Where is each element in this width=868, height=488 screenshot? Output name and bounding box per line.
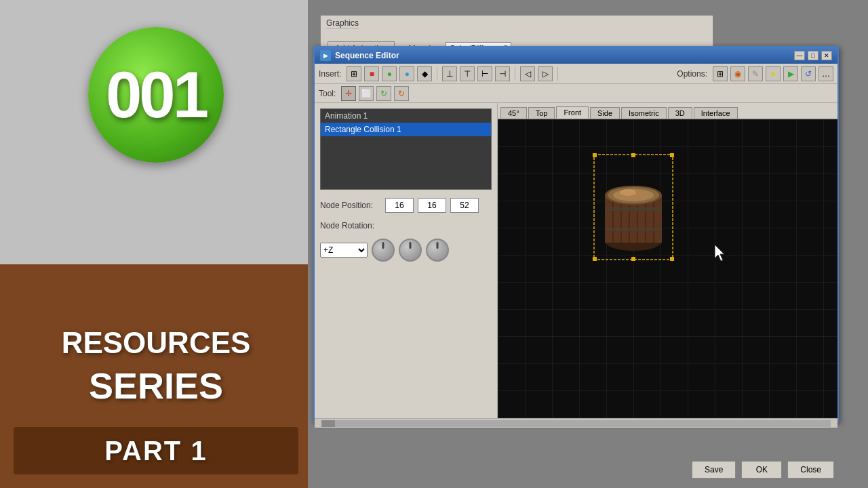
part-bar: PART 1 [14, 427, 298, 474]
tool-icon-9[interactable]: ⊣ [495, 66, 510, 81]
ok-button[interactable]: OK [741, 461, 782, 479]
resources-label: RESOURCES [0, 327, 312, 359]
node-pos-x[interactable] [385, 198, 414, 213]
insert-label: Insert: [319, 69, 341, 79]
tool-icon-7[interactable]: ⊤ [460, 66, 475, 81]
toolbar-sep-3 [557, 67, 558, 81]
timeline-scrollbar[interactable] [315, 418, 837, 428]
minimize-button[interactable]: — [794, 51, 805, 60]
options-icon-2[interactable]: ◉ [730, 66, 745, 81]
rotation-dial-2[interactable] [399, 239, 422, 262]
tool-icon-8[interactable]: ⊢ [477, 66, 492, 81]
seq-left-panel: Animation 1 Rectangle Collision 1 Node P… [315, 103, 498, 418]
options-icon-1[interactable]: ⊞ [713, 66, 728, 81]
options-icon-5[interactable]: ▶ [783, 66, 798, 81]
tab-3d[interactable]: 3D [668, 107, 692, 119]
svg-rect-7 [631, 257, 635, 261]
seq-viewport: 45° Top Front Side Isometric 3D Interfac… [498, 103, 837, 418]
svg-marker-22 [715, 245, 724, 261]
view-tabs-bar: 45° Top Front Side Isometric 3D Interfac… [498, 103, 837, 119]
tool-rotate-2[interactable]: ↻ [394, 86, 409, 101]
svg-rect-6 [631, 153, 635, 157]
window-controls: — □ ✕ [794, 51, 832, 60]
series-label: SERIES [0, 365, 312, 407]
scrollbar-track [321, 420, 831, 427]
episode-number: 001 [106, 58, 206, 132]
viewport-canvas[interactable] [498, 119, 837, 418]
tab-45deg[interactable]: 45° [500, 107, 527, 119]
thumbnail-panel: 001 RESOURCES SERIES PART 1 [0, 0, 312, 488]
rotation-axis-select[interactable]: +Z +X +Y [320, 243, 368, 258]
tool-icon-1[interactable]: ⊞ [347, 66, 361, 81]
seq-editor-icon: ▶ [320, 50, 331, 61]
svg-point-21 [620, 189, 636, 196]
tool-select[interactable]: ✛ [341, 86, 356, 101]
tool-label: Tool: [319, 89, 336, 98]
toolbar-sep-2 [515, 67, 515, 81]
close-button-main[interactable]: Close [787, 461, 834, 479]
node-rotation-label: Node Rotation: [320, 221, 381, 230]
save-button[interactable]: Save [692, 461, 736, 479]
insert-toolbar: Insert: ⊞ ■ ● ● ◆ ⊥ ⊤ ⊢ ⊣ ◁ ▷ Options: ⊞… [315, 64, 837, 84]
tool-icon-4[interactable]: ● [399, 66, 414, 81]
tab-interface[interactable]: Interface [694, 107, 738, 119]
maximize-button[interactable]: □ [808, 51, 818, 60]
seq-title-left: ▶ Sequence Editor [320, 50, 399, 61]
rotation-dial-3[interactable] [426, 239, 449, 262]
node-pos-y[interactable] [418, 198, 446, 213]
rotation-dial-1[interactable] [372, 239, 395, 262]
barrel-object [593, 153, 674, 262]
animation-list: Animation 1 Rectangle Collision 1 [320, 108, 492, 190]
mouse-cursor [715, 245, 728, 261]
svg-rect-3 [670, 153, 674, 157]
bottom-action-buttons: Save OK Close [692, 461, 834, 479]
tab-side[interactable]: Side [590, 107, 620, 119]
part-label: PART 1 [104, 436, 207, 466]
options-icon-7[interactable]: … [818, 66, 833, 81]
sequence-editor-window: ▶ Sequence Editor — □ ✕ Insert: ⊞ ■ ● ● … [313, 46, 839, 422]
node-position-label: Node Position: [320, 201, 381, 210]
software-area: Graphics Add Animation Mapping: Color/Di… [308, 0, 868, 488]
close-button[interactable]: ✕ [821, 51, 832, 60]
options-icon-6[interactable]: ↺ [801, 66, 816, 81]
svg-rect-4 [593, 257, 597, 261]
node-rotation-row: Node Rotation: [320, 221, 492, 230]
svg-rect-2 [593, 153, 597, 157]
anim-item-2[interactable]: Rectangle Collision 1 [321, 123, 491, 136]
seq-editor-title: Sequence Editor [335, 51, 399, 60]
anim-item-1[interactable]: Animation 1 [321, 109, 491, 123]
tool-icon-3[interactable]: ● [382, 66, 397, 81]
options-label: Options: [677, 69, 707, 79]
tool-icon-5[interactable]: ◆ [417, 66, 432, 81]
tab-front[interactable]: Front [556, 106, 589, 119]
tool-icon-10[interactable]: ◁ [520, 66, 535, 81]
options-icon-4[interactable]: ● [766, 66, 781, 81]
tool-rotate-1[interactable]: ↻ [376, 86, 391, 101]
number-circle: 001 [88, 27, 224, 163]
scrollbar-thumb[interactable] [321, 420, 335, 427]
tool-icon-2[interactable]: ■ [364, 66, 379, 81]
svg-rect-5 [670, 257, 674, 261]
node-position-row: Node Position: [320, 198, 492, 213]
graphics-title: Graphics [326, 18, 359, 28]
seq-titlebar: ▶ Sequence Editor — □ ✕ [315, 47, 837, 64]
toolbar-sep-1 [437, 67, 437, 81]
seq-main-area: Animation 1 Rectangle Collision 1 Node P… [315, 103, 837, 418]
tool-row: Tool: ✛ ⬜ ↻ ↻ [315, 84, 837, 103]
tool-icon-11[interactable]: ▷ [538, 66, 553, 81]
tool-icon-6[interactable]: ⊥ [442, 66, 457, 81]
node-pos-z[interactable] [450, 198, 479, 213]
tab-top[interactable]: Top [528, 107, 555, 119]
svg-rect-17 [605, 228, 662, 231]
svg-rect-16 [605, 207, 662, 211]
options-icon-3[interactable]: ✎ [748, 66, 763, 81]
tool-move[interactable]: ⬜ [359, 86, 374, 101]
tab-isometric[interactable]: Isometric [621, 107, 667, 119]
